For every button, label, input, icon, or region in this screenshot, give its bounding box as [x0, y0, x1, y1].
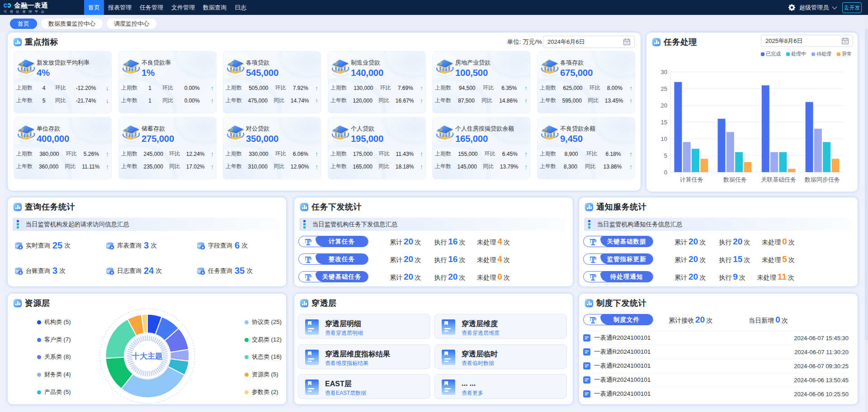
svg-text:25: 25	[661, 85, 667, 92]
svg-text:10: 10	[661, 136, 667, 142]
svg-text:15: 15	[661, 119, 667, 126]
svg-text:5: 5	[664, 152, 667, 159]
svg-text:计算任务: 计算任务	[680, 176, 703, 183]
svg-text:0: 0	[664, 169, 667, 176]
svg-text:十大主题: 十大主题	[132, 351, 163, 360]
svg-text:关联基础任务: 关联基础任务	[761, 176, 796, 183]
svg-text:数据任务: 数据任务	[723, 176, 747, 183]
svg-text:20: 20	[661, 102, 667, 109]
svg-text:30: 30	[661, 69, 667, 75]
svg-text:数据同步任务: 数据同步任务	[804, 176, 840, 183]
